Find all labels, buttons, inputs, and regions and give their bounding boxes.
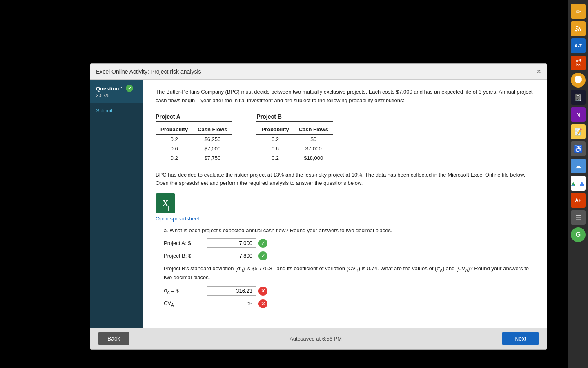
accessibility-icon[interactable]: ♿ [571,141,586,156]
onenote-icon[interactable]: N [571,107,586,122]
profile-icon[interactable]: G [571,227,586,242]
pa-row2-prob: 0.6 [156,144,193,153]
pb-row2-cf: $7,000 [294,144,333,153]
projects-container: Project A Probability Cash Flows 0.2 $6,… [156,113,535,163]
cloud-icon[interactable]: ☁ [571,159,586,173]
project-a-section: Project A Probability Cash Flows 0.2 $6,… [156,113,232,163]
notebook-icon[interactable]: 📓 [571,90,586,105]
project-b-section: Project B Probability Cash Flows 0.2 $0 [256,113,333,163]
sigma-a-input[interactable] [207,286,256,296]
question-label: Question 1 ✓ [96,85,138,92]
pa-row1-prob: 0.2 [156,134,193,144]
sigma-info-text: Project B's standard deviation (σB) is $… [164,265,535,281]
cv-a-input[interactable] [207,299,256,308]
svg-text:▲: ▲ [572,183,575,186]
pa-cf-header: Cash Flows [193,125,232,135]
left-panel: Question 1 ✓ 3.57/5 Submit [90,80,143,328]
table-row: 0.2 $6,250 [156,134,232,144]
grade-icon[interactable]: A+ [571,193,586,208]
back-button[interactable]: Back [98,332,129,345]
project-a-input[interactable] [207,238,256,248]
pa-row3-prob: 0.2 [156,153,193,163]
pa-prob-header: Probability [156,125,193,135]
b-circle-icon[interactable]: ⓿ [571,73,586,88]
project-b-table: Probability Cash Flows 0.2 $0 0.6 [256,125,333,163]
pa-row2-cf: $7,000 [193,144,232,153]
pb-row3-prob: 0.2 [256,153,294,163]
close-button[interactable]: × [537,68,541,75]
modal-body: Question 1 ✓ 3.57/5 Submit The Butler-Pe… [90,80,547,328]
project-b-input[interactable] [207,251,256,260]
pa-row3-cf: $7,750 [193,153,232,163]
drive-icon[interactable]: ▲ ▲ [571,176,586,191]
sigma-a-cross-icon: ✕ [258,287,267,296]
description-text: The Butler-Perkins Company (BPC) must de… [156,88,535,105]
analysis-text: BPC has decided to evaluate the riskier … [156,171,535,188]
project-b-answer-row: Project B: $ ✓ [164,251,535,260]
pb-prob-header: Probability [256,125,294,135]
pa-row1-cf: $6,250 [193,134,232,144]
cv-a-row: CVA = ✕ [164,299,535,308]
project-b-label: Project B [256,113,333,122]
table-row: 0.2 $0 [256,134,333,144]
modal-titlebar: Excel Online Activity: Project risk anal… [90,64,547,80]
sigma-a-label: σA = $ [164,287,205,295]
project-a-table: Probability Cash Flows 0.2 $6,250 0.6 [156,125,232,163]
sigma-a-row: σA = $ ✕ [164,286,535,296]
submit-link[interactable]: Submit [90,103,143,118]
table-row: 0.2 $7,750 [156,153,232,163]
svg-point-0 [575,30,577,32]
table-row: 0.6 $7,000 [256,144,333,153]
project-a-answer-row: Project A: $ ✓ [164,238,535,248]
project-b-check-icon: ✓ [258,251,267,260]
question-score: 3.57/5 [96,93,138,99]
az-icon[interactable]: A-Z [571,38,586,53]
rss-icon[interactable] [571,21,586,36]
pb-row1-cf: $0 [294,134,333,144]
menu-lines-icon[interactable]: ☰ [571,210,586,225]
right-sidebar: ✏ A-Z Office ⓿ 📓 N 📝 ♿ ☁ ▲ ▲ A+ ☰ G [568,0,588,368]
project-a-answer-label: Project A: $ [164,240,205,246]
pb-row2-prob: 0.6 [256,144,294,153]
table-row: 0.6 $7,000 [156,144,232,153]
cv-a-label: CVA = [164,300,205,307]
content-panel: The Butler-Perkins Company (BPC) must de… [143,80,547,328]
modal-footer: Back Autosaved at 6:56 PM Next [90,328,547,349]
pb-row3-cf: $18,000 [294,153,333,163]
question-a-text: a. What is each project's expected annua… [164,227,535,233]
pb-cf-header: Cash Flows [294,125,333,135]
excel-icon[interactable]: X [156,193,175,213]
table-row: 0.2 $18,000 [256,153,333,163]
excel-section: X Open spreadsheet [156,193,535,222]
question-a-section: a. What is each project's expected annua… [164,227,535,308]
excel-grid-decoration [166,206,174,211]
project-a-label: Project A [156,113,232,122]
autosave-status: Autosaved at 6:56 PM [129,336,502,342]
pb-row1-prob: 0.2 [256,134,294,144]
project-a-check-icon: ✓ [258,239,267,248]
question-check-icon: ✓ [126,85,133,92]
next-button[interactable]: Next [502,332,539,345]
modal-title: Excel Online Activity: Project risk anal… [96,68,201,75]
open-spreadsheet-link[interactable]: Open spreadsheet [156,215,535,222]
sticky-icon[interactable]: 📝 [571,124,586,139]
pencil-tool-icon[interactable]: ✏ [571,4,586,19]
modal-dialog: Excel Online Activity: Project risk anal… [90,63,547,350]
question-item[interactable]: Question 1 ✓ 3.57/5 [90,80,143,103]
office-icon[interactable]: Office [571,56,586,70]
cv-a-cross-icon: ✕ [258,299,267,308]
project-b-answer-label: Project B: $ [164,253,205,259]
